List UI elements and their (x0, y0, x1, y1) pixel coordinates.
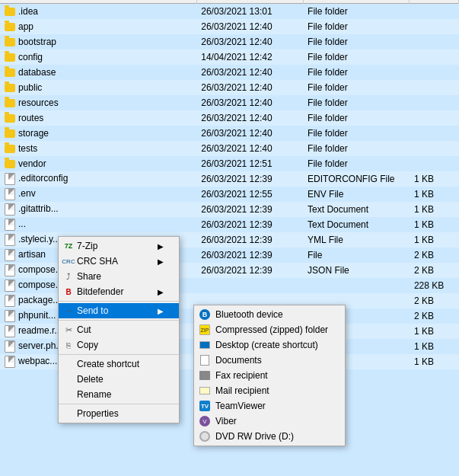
table-row[interactable]: ...26/03/2021 12:39Text Document1 KB (0, 217, 459, 232)
folder-icon (5, 145, 15, 153)
table-row[interactable]: resources26/03/2021 12:40File folder (0, 95, 459, 110)
file-icon (5, 234, 15, 246)
file-name: bootstrap (18, 37, 56, 47)
file-date: 26/03/2021 12:40 (196, 126, 303, 141)
menu-item-label: Cut (77, 324, 91, 335)
menu-item-bitdefender[interactable]: BBitdefender▶ (59, 284, 179, 299)
table-row[interactable]: public26/03/2021 12:40File folder (0, 80, 459, 95)
sendto-item-bluetooth[interactable]: BBluetooth device (194, 307, 345, 322)
table-row[interactable]: config14/04/2021 12:42File folder (0, 50, 459, 65)
file-name-cell: .gitattrib... (0, 202, 196, 217)
table-row[interactable]: vendor26/03/2021 12:51File folder (0, 156, 459, 171)
sendto-item-mail[interactable]: Mail recipient (194, 383, 345, 398)
table-row[interactable]: tests26/03/2021 12:40File folder (0, 141, 459, 156)
menu-separator (59, 320, 179, 321)
file-name-cell: config (0, 50, 196, 65)
file-type (303, 278, 410, 293)
file-size (410, 141, 459, 156)
file-type: YML File (303, 232, 410, 248)
file-icon (5, 356, 15, 368)
file-icon (5, 310, 15, 322)
sendto-item-label: DVD RW Drive (D:) (215, 431, 294, 442)
file-name-cell: .editorconfig (0, 171, 196, 187)
file-date (196, 278, 303, 293)
file-name-cell: public (0, 80, 196, 95)
file-size: 1 KB (410, 171, 459, 187)
menu-item-delete[interactable]: Delete (59, 372, 179, 387)
file-name: database (18, 67, 56, 78)
table-row[interactable]: bootstrap26/03/2021 12:40File folder (0, 34, 459, 50)
file-icon (5, 173, 15, 185)
file-name: .editorconfig (18, 173, 68, 184)
sendto-item-viber[interactable]: VViber (194, 414, 345, 429)
file-type: JSON File (303, 263, 410, 278)
sendto-item-fax[interactable]: Fax recipient (194, 368, 345, 383)
file-date: 26/03/2021 12:55 (196, 187, 303, 202)
sendto-item-label: Compressed (zipped) folder (215, 324, 328, 335)
folder-icon (5, 84, 15, 92)
file-size (410, 95, 459, 110)
file-type: File folder (303, 126, 410, 141)
file-name: compose... (18, 280, 63, 290)
file-size: 2 KB (410, 263, 459, 278)
share-icon: ⤴ (63, 271, 74, 282)
context-menu: 7Z7-Zip▶CRCCRC SHA▶⤴ShareBBitdefender▶→S… (58, 236, 180, 423)
file-size: 2 KB (410, 293, 459, 308)
file-type: File folder (303, 34, 410, 50)
bluetooth-icon-wrapper: B (199, 308, 211, 321)
file-size (410, 110, 459, 126)
file-name: tests (18, 143, 37, 154)
file-name: package... (18, 295, 60, 305)
file-size (410, 19, 459, 34)
file-size: 1 KB (410, 232, 459, 248)
menu-item-7-zip[interactable]: 7Z7-Zip▶ (59, 238, 179, 254)
sendto-item-desktop[interactable]: Desktop (create shortcut) (194, 337, 345, 353)
menu-item-properties[interactable]: Properties (59, 406, 179, 421)
file-date: 26/03/2021 12:40 (196, 19, 303, 34)
file-date: 26/03/2021 12:40 (196, 80, 303, 95)
table-row[interactable]: routes26/03/2021 12:40File folder (0, 110, 459, 126)
table-row[interactable]: database26/03/2021 12:40File folder (0, 65, 459, 80)
table-row[interactable]: .gitattrib...26/03/2021 12:39Text Docume… (0, 202, 459, 217)
menu-item-share[interactable]: ⤴Share (59, 269, 179, 284)
table-row[interactable]: .editorconfig26/03/2021 12:39EDITORCONFI… (0, 171, 459, 187)
file-type: File folder (303, 141, 410, 156)
menu-separator (59, 301, 179, 302)
file-name: .idea (18, 6, 38, 17)
table-row[interactable]: .env26/03/2021 12:55ENV File1 KB (0, 187, 459, 202)
menu-item-create-shortcut[interactable]: Create shortcut (59, 356, 179, 372)
file-name: public (18, 82, 42, 93)
menu-item-label: Copy (77, 340, 98, 350)
dvd-icon (199, 431, 210, 442)
zip-icon: ZIP (199, 324, 210, 335)
file-name-cell: ... (0, 217, 196, 232)
table-row[interactable]: app26/03/2021 12:40File folder (0, 19, 459, 34)
file-icon (5, 295, 15, 307)
table-row[interactable]: storage26/03/2021 12:40File folder (0, 126, 459, 141)
file-date: 26/03/2021 12:40 (196, 95, 303, 110)
file-name: .env (18, 188, 36, 199)
viber-icon: V (199, 416, 210, 426)
table-row[interactable]: .idea26/03/2021 13:01File folder (0, 4, 459, 19)
menu-item-cut[interactable]: ✂Cut (59, 322, 179, 337)
file-name: resources (18, 97, 59, 108)
file-date: 26/03/2021 12:40 (196, 141, 303, 156)
file-name: webpac... (18, 356, 57, 366)
sendto-item-label: Bluetooth device (215, 309, 283, 320)
menu-item-copy[interactable]: ⎘Copy (59, 337, 179, 353)
sendto-item-dvd[interactable]: DVD RW Drive (D:) (194, 429, 345, 444)
sendto-item-docs[interactable]: Documents (194, 353, 345, 368)
desktop-icon-wrapper (199, 339, 211, 351)
sendto-item-teamviewer[interactable]: TVTeamViewer (194, 398, 345, 414)
menu-item-label: Create shortcut (77, 359, 139, 369)
folder-icon (5, 53, 15, 62)
file-name-cell: .env (0, 187, 196, 202)
menu-item-crc-sha[interactable]: CRCCRC SHA▶ (59, 254, 179, 269)
file-icon (5, 203, 15, 216)
file-date: 26/03/2021 12:39 (196, 202, 303, 217)
sendto-item-zip[interactable]: ZIPCompressed (zipped) folder (194, 322, 345, 337)
menu-item-rename[interactable]: Rename (59, 387, 179, 402)
folder-icon (5, 38, 15, 46)
file-date: 26/03/2021 12:40 (196, 34, 303, 50)
menu-item-send-to[interactable]: →Send to▶ (59, 303, 179, 318)
